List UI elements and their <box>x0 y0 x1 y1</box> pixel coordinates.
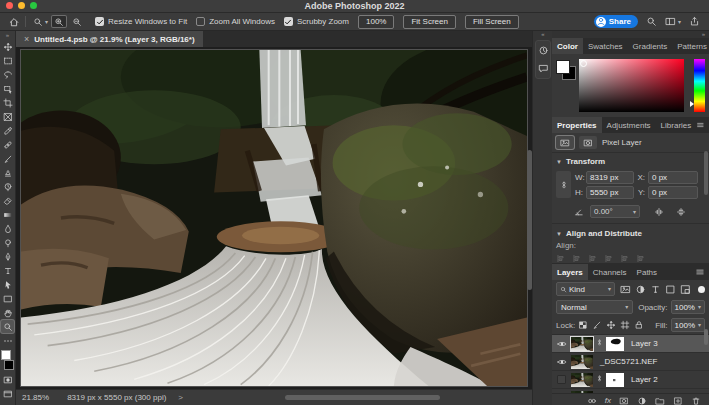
quick-mask-mode[interactable] <box>1 373 14 386</box>
status-zoom-level[interactable]: 21.85% <box>22 393 49 402</box>
filter-shape-layers-icon[interactable] <box>665 284 676 295</box>
filter-kind-select[interactable]: Kind ▾ <box>556 282 615 296</box>
filter-type-layers-icon[interactable] <box>650 284 661 295</box>
zoom-tool[interactable] <box>1 320 14 333</box>
hand-tool[interactable] <box>1 306 14 319</box>
fit-screen-button[interactable]: Fit Screen <box>403 15 455 29</box>
lock-transparency-icon[interactable] <box>578 320 588 330</box>
fill-screen-button[interactable]: Fill Screen <box>465 15 519 29</box>
foreground-color-swatch[interactable] <box>556 60 570 74</box>
tab-properties[interactable]: Properties <box>552 117 602 133</box>
foreground-color[interactable] <box>1 350 11 360</box>
layer-row-dsc5721[interactable]: _DSC5721.NEF <box>552 353 709 371</box>
height-field[interactable]: 5550 px <box>586 186 634 199</box>
clone-stamp-tool[interactable] <box>1 166 14 179</box>
link-dimensions-button[interactable] <box>556 171 571 198</box>
foreground-background-colors[interactable] <box>1 350 14 370</box>
add-mask-icon[interactable] <box>619 396 629 405</box>
opacity-select[interactable]: 100% ▾ <box>671 300 705 314</box>
panel-menu-icon[interactable] <box>696 120 705 130</box>
history-panel-icon[interactable] <box>538 45 549 56</box>
fill-select[interactable]: 100% ▾ <box>671 318 705 332</box>
zoom-out-button[interactable] <box>69 15 85 28</box>
type-tool[interactable] <box>1 264 14 277</box>
tab-gradients[interactable]: Gradients <box>628 38 673 54</box>
healing-brush-tool[interactable] <box>1 138 14 151</box>
layer-thumbnail[interactable] <box>571 337 593 351</box>
tab-adjustments[interactable]: Adjustments <box>602 117 656 133</box>
tab-layers[interactable]: Layers <box>552 264 588 280</box>
path-selection-tool[interactable] <box>1 278 14 291</box>
layers-scrollbar[interactable] <box>704 329 708 345</box>
layer-name[interactable]: Layer 2 <box>631 375 658 384</box>
align-center-h-icon[interactable] <box>572 254 581 263</box>
layer-row-layer-3[interactable]: Layer 3 <box>552 335 709 353</box>
document-tab[interactable]: × Untitled-4.psb @ 21.9% (Layer 3, RGB/1… <box>16 31 203 47</box>
close-tab-icon[interactable]: × <box>24 34 29 44</box>
share-button[interactable]: Share <box>594 15 638 28</box>
align-center-v-icon[interactable] <box>620 254 629 263</box>
frame-tool[interactable] <box>1 110 14 123</box>
color-picker-cursor[interactable] <box>580 60 587 67</box>
zoom-all-checkbox-group[interactable]: Zoom All Windows <box>196 17 275 26</box>
layer-thumbnail[interactable] <box>571 373 593 387</box>
filter-pixel-layers-icon[interactable] <box>620 284 631 295</box>
layer-mask-thumbnail[interactable] <box>606 337 624 351</box>
zoom-100-button[interactable]: 100% <box>358 15 394 29</box>
zoom-tool-preset[interactable]: ▾ <box>31 16 50 28</box>
tab-color[interactable]: Color <box>552 38 583 54</box>
scrubby-zoom-checkbox[interactable] <box>284 17 293 26</box>
collapse-panels-button[interactable]: « <box>533 31 553 38</box>
layer-filtering-toggle[interactable] <box>698 286 705 293</box>
toolbar-options[interactable] <box>1 334 14 347</box>
filter-smart-objects-icon[interactable] <box>680 284 691 295</box>
panel-menu-icon[interactable] <box>695 267 705 277</box>
layer-name[interactable]: _DSC5721.NEF <box>600 357 657 366</box>
filter-adjustment-layers-icon[interactable] <box>635 284 646 295</box>
lock-position-icon[interactable] <box>606 320 616 330</box>
mask-properties-button[interactable] <box>579 136 597 149</box>
align-left-icon[interactable] <box>556 254 565 263</box>
blend-mode-select[interactable]: Normal ▾ <box>556 300 633 314</box>
tab-paths[interactable]: Paths <box>632 264 662 280</box>
flip-horizontal-icon[interactable] <box>654 207 664 217</box>
transform-section-header[interactable]: ▼ Transform <box>552 153 709 168</box>
rectangle-tool[interactable] <box>1 292 14 305</box>
toolbar-expand-button[interactable]: » <box>6 31 9 39</box>
layer-mask-thumbnail[interactable] <box>606 373 624 387</box>
align-section-header[interactable]: ▼ Align and Distribute <box>552 223 709 240</box>
lock-artboard-icon[interactable] <box>620 320 630 330</box>
tab-libraries[interactable]: Libraries <box>656 117 697 133</box>
blur-tool[interactable] <box>1 222 14 235</box>
visibility-toggle[interactable] <box>555 357 568 367</box>
lasso-tool[interactable] <box>1 68 14 81</box>
visibility-toggle[interactable] <box>555 339 568 349</box>
hue-slider[interactable] <box>694 59 705 112</box>
visibility-toggle[interactable] <box>555 375 568 384</box>
layer-name[interactable]: Layer 3 <box>631 339 658 348</box>
layer-thumbnail[interactable] <box>571 355 593 369</box>
search-icon[interactable] <box>646 16 657 27</box>
dodge-tool[interactable] <box>1 236 14 249</box>
eyedropper-tool[interactable] <box>1 124 14 137</box>
workspace-switcher[interactable]: ▾ <box>665 16 681 27</box>
marquee-tool[interactable] <box>1 54 14 67</box>
tab-patterns[interactable]: Patterns <box>672 38 709 54</box>
object-selection-tool[interactable] <box>1 82 14 95</box>
expand-panels-button[interactable]: » <box>552 31 709 38</box>
crop-tool[interactable] <box>1 96 14 109</box>
home-icon[interactable] <box>8 16 20 28</box>
rotation-angle-field[interactable]: 0.00° ▾ <box>590 205 640 218</box>
export-icon[interactable] <box>689 16 700 27</box>
delete-layer-icon[interactable] <box>691 396 701 405</box>
adjustment-layer-icon[interactable] <box>637 396 647 405</box>
width-field[interactable]: 8319 px <box>586 171 634 184</box>
layer-row-layer-2[interactable]: Layer 2 <box>552 371 709 389</box>
align-bottom-icon[interactable] <box>636 254 645 263</box>
resize-windows-checkbox[interactable] <box>95 17 104 26</box>
new-group-icon[interactable] <box>655 396 665 405</box>
tab-channels[interactable]: Channels <box>588 264 632 280</box>
scrubby-zoom-checkbox-group[interactable]: Scrubby Zoom <box>284 17 349 26</box>
hue-slider-cursor[interactable] <box>690 101 694 107</box>
background-color[interactable] <box>4 360 14 370</box>
